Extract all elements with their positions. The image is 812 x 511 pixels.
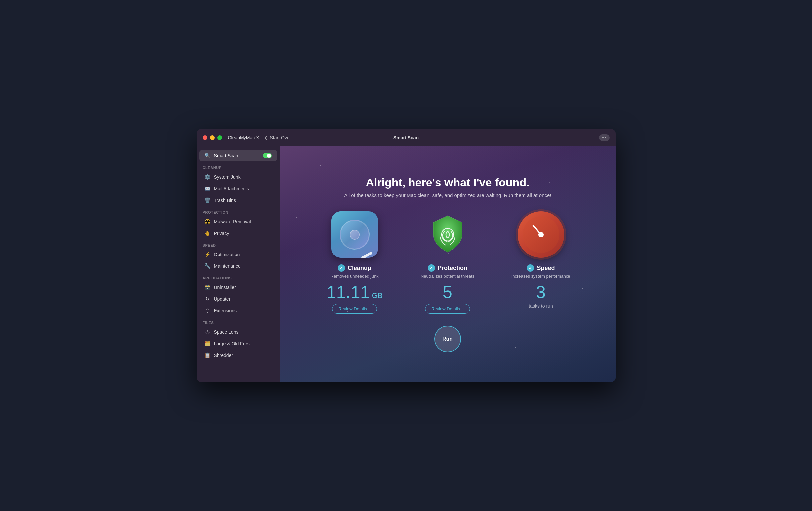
sidebar-item-malware-removal[interactable]: ☢️ Malware Removal bbox=[199, 216, 277, 227]
shredder-icon: 📋 bbox=[205, 352, 210, 358]
dot1 bbox=[603, 137, 604, 138]
minimize-button[interactable] bbox=[210, 135, 214, 140]
section-cleanup: Cleanup bbox=[197, 162, 280, 171]
back-button[interactable]: Start Over bbox=[264, 135, 291, 140]
titlebar-actions bbox=[599, 134, 610, 141]
main-subheading: All of the tasks to keep your Mac clean,… bbox=[344, 192, 551, 198]
privacy-icon: 🤚 bbox=[205, 230, 210, 236]
sidebar-label-updater: Updater bbox=[214, 296, 231, 302]
sidebar-label-malware: Malware Removal bbox=[214, 219, 251, 224]
sidebar-item-updater[interactable]: ↻ Updater bbox=[199, 293, 277, 305]
cleanup-title: ✓ Cleanup bbox=[338, 264, 371, 272]
space-lens-icon: ◎ bbox=[205, 329, 210, 335]
protection-card-icon bbox=[425, 211, 471, 258]
maintenance-icon: 🔧 bbox=[205, 263, 210, 269]
sidebar-label-optimization: Optimization bbox=[214, 252, 240, 257]
section-files: Files bbox=[197, 317, 280, 326]
updater-icon: ↻ bbox=[205, 296, 210, 302]
speed-card: ✓ Speed Increases system performance 3 t… bbox=[501, 211, 581, 309]
disk-body bbox=[340, 220, 370, 250]
speed-description: Increases system performance bbox=[511, 274, 571, 279]
speed-tasks-label: tasks to run bbox=[529, 304, 553, 309]
sidebar-item-smart-scan[interactable]: 🔍 Smart Scan bbox=[199, 150, 277, 161]
particle bbox=[296, 217, 297, 218]
sidebar-item-maintenance[interactable]: 🔧 Maintenance bbox=[199, 260, 277, 272]
sidebar-item-mail-attachments[interactable]: ✉️ Mail Attachments bbox=[199, 183, 277, 194]
protection-review-button[interactable]: Review Details... bbox=[425, 304, 470, 314]
sidebar-label-uninstaller: Uninstaller bbox=[214, 285, 236, 290]
sidebar-label-maintenance: Maintenance bbox=[214, 263, 240, 269]
main-layout: 🔍 Smart Scan Cleanup ⚙️ System Junk ✉️ M… bbox=[197, 146, 616, 382]
cleanup-name-label: Cleanup bbox=[348, 265, 371, 272]
speed-number: 3 bbox=[536, 283, 546, 301]
app-title: CleanMyMac X bbox=[228, 135, 259, 140]
protection-title: ✓ Protection bbox=[428, 264, 467, 272]
cards-container: ✓ Cleanup Removes unneeded junk 11.11 GB… bbox=[315, 211, 581, 314]
mail-icon: ✉️ bbox=[205, 186, 210, 192]
speed-card-icon bbox=[518, 211, 564, 258]
more-options-button[interactable] bbox=[599, 134, 610, 141]
large-files-icon: 🗂️ bbox=[205, 341, 210, 347]
protection-number: 5 bbox=[443, 283, 453, 301]
protection-card: ✓ Protection Neutralizes potential threa… bbox=[408, 211, 488, 314]
gauge-center-dot bbox=[538, 232, 544, 237]
traffic-lights bbox=[203, 135, 222, 140]
sidebar-item-extensions[interactable]: ⬡ Extensions bbox=[199, 305, 277, 316]
protection-description: Neutralizes potential threats bbox=[421, 274, 474, 279]
run-button[interactable]: Run bbox=[434, 326, 461, 352]
section-speed: Speed bbox=[197, 239, 280, 249]
app-window: CleanMyMac X Start Over Smart Scan 🔍 Sma… bbox=[197, 129, 616, 382]
cleanup-value: 11.11 GB bbox=[327, 283, 382, 301]
cleanup-review-button[interactable]: Review Details... bbox=[332, 304, 377, 314]
sidebar-item-shredder[interactable]: 📋 Shredder bbox=[199, 350, 277, 361]
smart-scan-toggle[interactable] bbox=[263, 153, 272, 158]
sidebar-item-system-junk[interactable]: ⚙️ System Junk bbox=[199, 171, 277, 182]
trash-icon: 🗑️ bbox=[205, 197, 210, 203]
window-title: Smart Scan bbox=[393, 135, 419, 140]
gauge-inner bbox=[523, 216, 559, 253]
section-applications: Applications bbox=[197, 272, 280, 281]
extensions-icon: ⬡ bbox=[205, 308, 210, 314]
content-area: Alright, here's what I've found. All of … bbox=[280, 146, 616, 382]
system-junk-icon: ⚙️ bbox=[205, 174, 210, 180]
uninstaller-icon: 🗃️ bbox=[205, 284, 210, 290]
back-label: Start Over bbox=[270, 135, 291, 140]
protection-value: 5 bbox=[443, 283, 453, 301]
sidebar-item-privacy[interactable]: 🤚 Privacy bbox=[199, 228, 277, 239]
particle bbox=[320, 165, 321, 166]
sidebar-label-extensions: Extensions bbox=[214, 308, 236, 313]
protection-name-label: Protection bbox=[438, 265, 467, 272]
titlebar: CleanMyMac X Start Over Smart Scan bbox=[197, 129, 616, 146]
maximize-button[interactable] bbox=[217, 135, 222, 140]
particle bbox=[515, 347, 516, 348]
sidebar-label-trash: Trash Bins bbox=[214, 198, 236, 203]
particle bbox=[549, 182, 550, 182]
section-protection: Protection bbox=[197, 206, 280, 216]
dot2 bbox=[605, 137, 606, 138]
cleanup-unit: GB bbox=[372, 292, 382, 300]
sidebar-item-optimization[interactable]: ⚡ Optimization bbox=[199, 249, 277, 260]
sidebar-item-uninstaller[interactable]: 🗃️ Uninstaller bbox=[199, 282, 277, 293]
sidebar-item-trash-bins[interactable]: 🗑️ Trash Bins bbox=[199, 195, 277, 206]
sidebar-item-large-old-files[interactable]: 🗂️ Large & Old Files bbox=[199, 338, 277, 349]
cleanup-description: Removes unneeded junk bbox=[331, 274, 379, 279]
main-heading: Alright, here's what I've found. bbox=[366, 176, 529, 189]
optimization-icon: ⚡ bbox=[205, 252, 210, 257]
speed-check-icon: ✓ bbox=[527, 264, 534, 272]
shield-svg bbox=[426, 213, 469, 256]
sidebar: 🔍 Smart Scan Cleanup ⚙️ System Junk ✉️ M… bbox=[197, 146, 280, 382]
sidebar-label-system-junk: System Junk bbox=[214, 174, 240, 180]
close-button[interactable] bbox=[203, 135, 207, 140]
sidebar-label-shredder: Shredder bbox=[214, 353, 233, 358]
sidebar-label-space-lens: Space Lens bbox=[214, 329, 238, 335]
cleanup-number: 11.11 bbox=[327, 283, 370, 301]
speed-name-label: Speed bbox=[536, 265, 554, 272]
sidebar-item-space-lens[interactable]: ◎ Space Lens bbox=[199, 327, 277, 338]
sidebar-label-smart-scan: Smart Scan bbox=[214, 153, 238, 158]
disk-center bbox=[350, 230, 359, 239]
chevron-left-icon bbox=[264, 135, 268, 140]
cleanup-card: ✓ Cleanup Removes unneeded junk 11.11 GB… bbox=[315, 211, 395, 314]
sidebar-label-large-files: Large & Old Files bbox=[214, 341, 250, 346]
speed-value: 3 bbox=[536, 283, 546, 301]
speed-title: ✓ Speed bbox=[527, 264, 554, 272]
